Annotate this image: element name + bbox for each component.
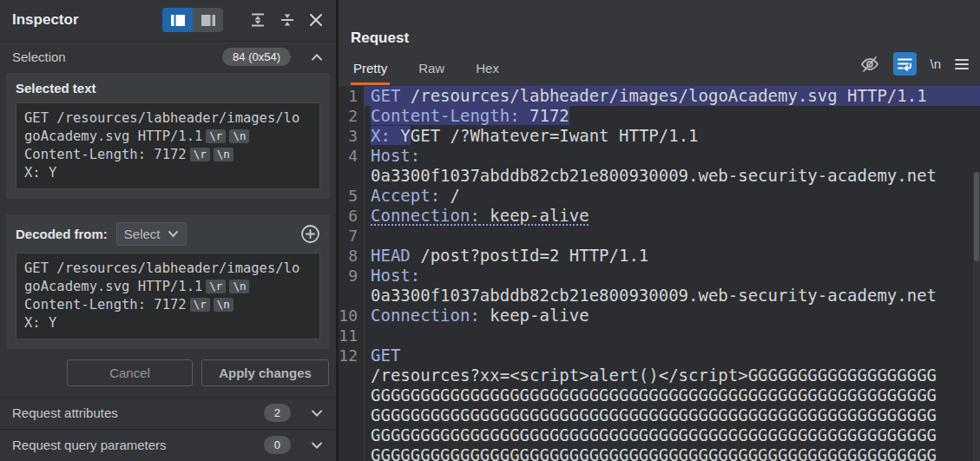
editor-row: 2Content-Length: 7172 [339,106,980,126]
chevron-down-icon [168,230,179,238]
line-number: 6 [339,206,365,226]
line-number [339,286,365,306]
request-attributes-section[interactable]: Request attributes 2 [0,397,336,429]
code-line: GGGGGGGGGGGGGGGGGGGGGGGGGGGGGGGGGGGGGGGG… [365,405,980,425]
code-line: GGGGGGGGGGGGGGGGGGGGGGGGGGGGGGGGGGGGGGGG… [365,445,980,461]
word-wrap-toggle[interactable] [893,52,917,76]
code-line: Host: [365,266,980,286]
editor-rows: 1GET /resources/labheader/images/logoAca… [339,86,980,461]
token-keyword: Accept: [371,186,440,205]
request-title: Request [351,30,409,47]
mono-text: Content-Length: 7172 [24,296,187,314]
tab-pretty[interactable]: Pretty [351,57,390,85]
dock-toggle [162,8,223,32]
line-number [339,166,365,186]
token-keyword: HEAD [371,246,411,265]
word-wrap-icon [897,56,913,71]
request-query-parameters-section[interactable]: Request query parameters 0 [0,429,336,461]
control-char-chip: \n [229,280,249,293]
dock-right-button[interactable] [193,8,223,32]
expand-all-button[interactable] [249,11,266,29]
line-number [339,405,365,425]
inspector-panel: Inspector [0,0,339,461]
menu-icon [954,58,970,70]
line-number: 10 [339,306,365,326]
control-char-chip: \r [206,129,226,143]
selected-text-label: Selected text [16,81,320,95]
line-number: 7 [339,226,365,246]
line-number: 5 [339,186,365,206]
newline-chars-toggle[interactable]: \n [930,56,941,71]
token-text: keep-alive [480,306,589,325]
token-keyword: GET [371,86,400,105]
control-char-chip: \n [229,129,249,143]
dock-left-button[interactable] [162,8,193,32]
editor-menu-button[interactable] [954,58,970,70]
control-char-chip: \r [190,298,210,312]
editor-row: GGGGGGGGGGGGGGGGGGGGGGGGGGGGGGGGGGGGGGGG… [339,405,980,425]
close-inspector-button[interactable] [308,12,324,28]
token-text: /post?postId=2 HTTP/1.1 [411,246,649,265]
editor-scrollbar[interactable] [973,172,980,461]
token-text: / [440,186,460,205]
line-number [339,445,365,461]
apply-changes-button[interactable]: Apply changes [201,359,329,386]
mono-line: goAcademy.svg HTTP/1.1\r\n [24,278,312,296]
token-text: keep-alive [480,206,589,225]
eye-off-icon [859,55,880,74]
tab-hex[interactable]: Hex [473,57,502,85]
decoded-from-select[interactable]: Select [116,222,187,246]
scrollbar-thumb[interactable] [974,172,979,261]
decoded-from-card: Decoded from: Select GET /resources/labh… [6,214,330,349]
code-line: Host: [365,146,980,166]
hide-nonprinting-button[interactable] [859,55,880,74]
add-decoder-button[interactable] [300,224,320,244]
token-text: 0a3300f1037abddb82cb21e800930009.web-sec… [371,286,937,305]
mono-text: goAcademy.svg HTTP/1.1 [24,278,202,296]
editor-row: 3X: YGET /?Whatever=Iwant HTTP/1.1 [339,126,980,146]
token-keyword: Host: [371,146,420,165]
line-number: 4 [339,146,365,166]
tab-raw[interactable]: Raw [416,57,447,85]
inspector-header: Inspector [0,0,336,41]
request-editor[interactable]: 1GET /resources/labheader/images/logoAca… [339,86,980,461]
code-line: Connection: keep-alive [365,206,980,226]
decoded-text-box[interactable]: GET /resources/labheader/images/logoAcad… [16,253,320,339]
token-keyword: Connection: [371,306,480,325]
code-line: Accept: / [365,186,980,206]
token-keyword: Connection: [371,206,480,225]
mono-line: X: Y [24,314,312,333]
editor-row: GGGGGGGGGGGGGGGGGGGGGGGGGGGGGGGGGGGGGGGG… [339,385,980,405]
editor-row: 7 [339,226,980,246]
selection-count-badge: 84 (0x54) [222,48,291,66]
line-number [339,366,365,385]
request-query-parameters-badge: 0 [264,436,291,454]
line-number: 3 [339,126,365,146]
code-line [365,226,980,246]
cancel-button[interactable]: Cancel [67,359,193,386]
code-line: GGGGGGGGGGGGGGGGGGGGGGGGGGGGGGGGGGGGGGGG… [365,425,980,445]
mono-line: GET /resources/labheader/images/lo [24,109,312,128]
editor-row: 9Host: [339,266,980,286]
code-line: 0a3300f1037abddb82cb21e800930009.web-sec… [365,166,980,186]
code-line: X: YGET /?Whatever=Iwant HTTP/1.1 [365,126,980,146]
editor-row: /resources?xx=<script>alert()</script>GG… [339,366,980,385]
token-keyword: Host: [371,266,420,285]
decoded-from-select-value: Select [124,227,161,241]
line-number: 8 [339,246,365,266]
editor-row: 1GET /resources/labheader/images/logoAca… [339,86,980,106]
collapse-all-button[interactable] [279,11,296,29]
selection-section-header[interactable]: Selection 84 (0x54) [0,41,336,73]
selection-label: Selection [12,49,222,64]
editor-row: 0a3300f1037abddb82cb21e800930009.web-sec… [339,166,980,186]
plus-circle-icon [300,224,320,244]
line-number: 9 [339,266,365,286]
token-text: /resources/labheader/images/logoAcademy.… [400,86,926,105]
token-text: 7172 [520,106,569,125]
editor-row: 4Host: [339,146,980,166]
editor-row: 5Accept: / [339,186,980,206]
mono-text: Content-Length: 7172 [24,146,187,164]
control-char-chip: \r [206,280,226,293]
selected-text-box[interactable]: GET /resources/labheader/images/logoAcad… [16,102,320,189]
editor-row: 10Connection: keep-alive [339,306,980,326]
